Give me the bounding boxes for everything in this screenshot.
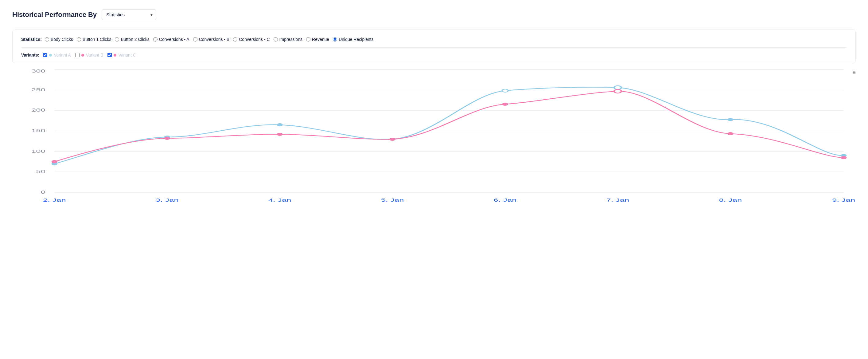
radio-button2-clicks[interactable]: Button 2 Clicks — [115, 37, 149, 42]
radio-label-unique-recipients: Unique Recipients — [339, 37, 374, 42]
variant-a-dot — [49, 54, 52, 57]
svg-text:100: 100 — [31, 149, 45, 154]
radio-revenue[interactable]: Revenue — [306, 37, 329, 42]
variant-b-label: Variant B — [86, 53, 103, 57]
radio-label-conversions-a: Conversions - A — [159, 37, 189, 42]
radio-input-body-clicks[interactable] — [45, 37, 49, 42]
statistics-radio-group: Body Clicks Button 1 Clicks Button 2 Cli… — [45, 37, 377, 42]
checkbox-variant-a[interactable]: Variant A — [43, 53, 71, 57]
chart-container: ≡ 0 50 100 150 200 250 300 2. Jan — [12, 70, 856, 192]
svg-text:250: 250 — [31, 87, 45, 92]
svg-text:200: 200 — [31, 108, 45, 112]
radio-button1-clicks[interactable]: Button 1 Clicks — [77, 37, 111, 42]
statistics-dropdown[interactable]: Statistics Body Clicks Button 1 Clicks B… — [102, 9, 156, 20]
svg-text:50: 50 — [36, 169, 45, 174]
checkbox-input-variant-a[interactable] — [43, 53, 47, 57]
point-a-2 — [277, 123, 283, 126]
variants-row: Variants: Variant A Variant B Variant C — [21, 53, 847, 57]
svg-text:300: 300 — [31, 68, 45, 74]
point-a-4 — [502, 89, 508, 92]
radio-input-conversions-b[interactable] — [193, 37, 197, 42]
radio-body-clicks[interactable]: Body Clicks — [45, 37, 73, 42]
chart-menu-icon[interactable]: ≡ — [852, 70, 856, 75]
point-c-0 — [52, 160, 58, 163]
svg-text:9. Jan: 9. Jan — [832, 198, 855, 202]
chart-svg: 0 50 100 150 200 250 300 2. Jan 3. Jan 4… — [12, 70, 856, 192]
point-c-2 — [277, 133, 283, 136]
radio-input-conversions-a[interactable] — [153, 37, 157, 42]
variants-label: Variants: — [21, 53, 39, 57]
radio-input-impressions[interactable] — [274, 37, 278, 42]
radio-input-unique-recipients[interactable] — [333, 37, 337, 42]
radio-conversions-b[interactable]: Conversions - B — [193, 37, 230, 42]
point-a-5 — [614, 86, 621, 89]
svg-text:5. Jan: 5. Jan — [381, 198, 404, 202]
point-c-1 — [164, 137, 170, 140]
radio-conversions-c[interactable]: Conversions - C — [233, 37, 270, 42]
radio-input-conversions-c[interactable] — [233, 37, 237, 42]
statistics-filter-label: Statistics: — [21, 37, 42, 42]
variant-c-label: Variant C — [118, 53, 136, 57]
checkbox-variant-b[interactable]: Variant B — [75, 53, 103, 57]
radio-label-impressions: Impressions — [279, 37, 303, 42]
checkbox-input-variant-b[interactable] — [75, 53, 80, 57]
checkbox-input-variant-c[interactable] — [107, 53, 112, 57]
svg-text:150: 150 — [31, 128, 45, 133]
svg-text:7. Jan: 7. Jan — [607, 198, 629, 202]
svg-text:3. Jan: 3. Jan — [156, 198, 179, 202]
radio-conversions-a[interactable]: Conversions - A — [153, 37, 189, 42]
variant-a-label: Variant A — [54, 53, 71, 57]
point-a-6 — [727, 118, 734, 121]
point-c-5 — [614, 89, 621, 93]
svg-text:8. Jan: 8. Jan — [719, 198, 742, 202]
radio-label-button1-clicks: Button 1 Clicks — [83, 37, 111, 42]
point-c-7 — [841, 156, 847, 159]
radio-input-button2-clicks[interactable] — [115, 37, 119, 42]
svg-text:2. Jan: 2. Jan — [43, 198, 66, 202]
svg-text:0: 0 — [41, 190, 45, 195]
radio-label-conversions-b: Conversions - B — [199, 37, 230, 42]
statistics-dropdown-wrapper: Statistics Body Clicks Button 1 Clicks B… — [102, 9, 156, 20]
point-c-4 — [502, 103, 508, 106]
radio-label-conversions-c: Conversions - C — [239, 37, 270, 42]
point-c-3 — [389, 138, 396, 141]
filter-divider — [21, 47, 847, 48]
point-c-6 — [727, 132, 734, 135]
svg-text:4. Jan: 4. Jan — [268, 198, 291, 202]
radio-label-revenue: Revenue — [312, 37, 329, 42]
statistics-filter-row: Statistics: Body Clicks Button 1 Clicks … — [21, 37, 847, 42]
svg-text:6. Jan: 6. Jan — [494, 198, 517, 202]
radio-input-revenue[interactable] — [306, 37, 310, 42]
radio-unique-recipients[interactable]: Unique Recipients — [333, 37, 374, 42]
line-variant-c — [54, 91, 843, 162]
variant-c-dot — [114, 54, 116, 57]
radio-input-button1-clicks[interactable] — [77, 37, 81, 42]
radio-impressions[interactable]: Impressions — [274, 37, 303, 42]
variant-b-dot — [81, 54, 84, 57]
radio-label-body-clicks: Body Clicks — [51, 37, 73, 42]
radio-label-button2-clicks: Button 2 Clicks — [121, 37, 149, 42]
chart-area: 0 50 100 150 200 250 300 2. Jan 3. Jan 4… — [12, 70, 856, 192]
filter-card: Statistics: Body Clicks Button 1 Clicks … — [12, 29, 856, 63]
checkbox-variant-c[interactable]: Variant C — [107, 53, 136, 57]
line-variant-a — [54, 87, 843, 164]
page-title: Historical Performance By — [12, 11, 97, 19]
